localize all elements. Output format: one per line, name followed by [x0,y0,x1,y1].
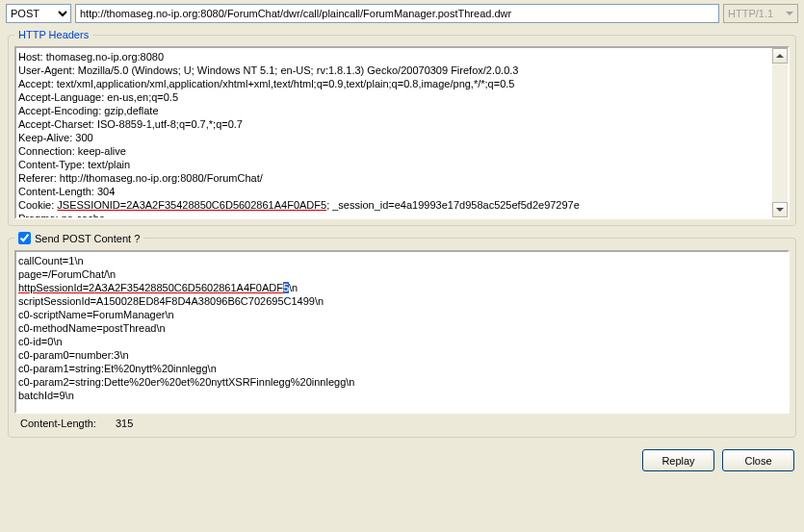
http-version-button[interactable]: HTTP/1.1 [723,4,798,23]
header-line: Host: thomaseg.no-ip.org:8080 [18,50,786,63]
post-line-httpsession: httpSessionId=2A3A2F35428850C6D5602861A4… [18,281,786,294]
header-line: Pragma: no-cache [18,212,786,219]
chevron-down-icon [786,12,793,15]
url-input[interactable] [75,4,719,23]
post-line: callCount=1\n [18,254,786,267]
replay-button[interactable]: Replay [642,449,714,471]
scroll-up-button[interactable] [772,48,788,63]
http-method-select[interactable]: POST [6,4,71,23]
header-line: Connection: keep-alive [18,144,786,158]
content-length-value: 315 [116,418,133,429]
post-content-group: Send POST Content ? callCount=1\npage=/F… [8,232,796,438]
content-length-label: Content-Length: [20,418,96,429]
post-line: c0-scriptName=ForumManager\n [18,308,786,321]
header-line: Accept-Encoding: gzip,deflate [18,104,786,117]
arrow-up-icon [776,54,784,58]
arrow-down-icon [776,208,784,212]
post-line: c0-id=0\n [18,335,786,348]
selected-char: 5 [283,282,289,293]
post-line: batchId=9\n [18,389,786,402]
header-line: User-Agent: Mozilla/5.0 (Windows; U; Win… [18,63,786,77]
send-post-checkbox[interactable] [18,232,31,244]
http-headers-title: HTTP Headers [14,29,92,40]
header-line: Referer: http://thomaseg.no-ip.org:8080/… [18,171,786,185]
header-line: Accept-Language: en-us,en;q=0.5 [18,90,786,104]
post-line: c0-param2=string:Dette%20er%20et%20nyttX… [18,375,786,389]
post-line: c0-param1=string:Et%20nytt%20innlegg\n [18,362,786,375]
header-line: Keep-Alive: 300 [18,131,786,144]
scrollbar[interactable] [772,48,788,217]
post-line: c0-param0=number:3\n [18,348,786,362]
post-content-textarea[interactable]: callCount=1\npage=/ForumChat/\nhttpSessi… [14,250,790,414]
post-line: scriptSessionId=A150028ED84F8D4A38096B6C… [18,294,786,308]
http-headers-group: HTTP Headers Host: thomaseg.no-ip.org:80… [8,29,796,226]
send-post-label: Send POST Content ? [35,233,140,244]
close-button[interactable]: Close [722,449,794,471]
http-version-label: HTTP/1.1 [728,8,773,19]
header-line: Content-Type: text/plain [18,158,786,171]
scroll-track[interactable] [772,63,788,202]
httpsessionid-value: httpSessionId=2A3A2F35428850C6D5602861A4… [18,282,283,293]
post-line: page=/ForumChat/\n [18,267,786,281]
http-headers-textarea[interactable]: Host: thomaseg.no-ip.org:8080User-Agent:… [14,46,790,219]
header-line: Accept-Charset: ISO-8859-1,utf-8;q=0.7,*… [18,117,786,131]
post-line: c0-methodName=postThread\n [18,321,786,335]
header-line: Accept: text/xml,application/xml,applica… [18,77,786,90]
jsessionid-value: JSESSIONID=2A3A2F35428850C6D5602861A4F0A… [57,199,326,211]
scroll-down-button[interactable] [772,202,788,217]
header-line: Content-Length: 304 [18,185,786,198]
header-line-cookie: Cookie: JSESSIONID=2A3A2F35428850C6D5602… [18,198,786,212]
